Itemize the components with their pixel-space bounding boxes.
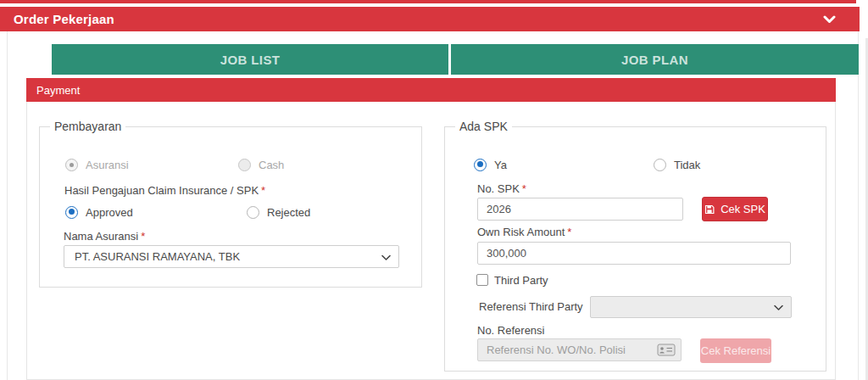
ada-spk-fieldset: Ada SPK Ya Tidak No. SPK* Cek <box>444 126 826 372</box>
no-referensi-input[interactable] <box>477 338 682 361</box>
required-asterisk: * <box>261 184 265 197</box>
payment-section-header: Payment <box>26 78 836 102</box>
radio-asuransi[interactable]: Asuransi <box>65 158 129 171</box>
referensi-third-party-label: Referensi Third Party <box>479 300 583 313</box>
id-card-icon <box>657 344 676 356</box>
chevron-down-icon[interactable] <box>823 15 836 24</box>
referensi-third-party-select[interactable] <box>590 296 792 318</box>
tab-job-list-label: JOB LIST <box>220 53 281 67</box>
required-asterisk: * <box>522 182 526 195</box>
third-party-checkbox[interactable] <box>476 274 488 286</box>
top-divider-strip <box>0 0 856 3</box>
order-pekerjaan-header[interactable]: Order Pekerjaan <box>0 7 860 31</box>
third-party-label: Third Party <box>494 274 548 287</box>
radio-approved-label: Approved <box>86 206 133 219</box>
pembayaran-legend: Pembayaran <box>50 120 125 133</box>
nama-asuransi-label: Nama Asuransi* <box>64 230 145 243</box>
cek-spk-button[interactable]: Cek SPK <box>702 197 768 221</box>
required-asterisk: * <box>567 226 571 238</box>
no-spk-label: No. SPK* <box>477 182 526 195</box>
required-asterisk: * <box>141 230 145 243</box>
radio-cash-control[interactable] <box>238 159 251 171</box>
cek-referensi-button-label: Cek Referensi <box>701 344 771 357</box>
cek-referensi-button[interactable]: Cek Referensi <box>700 338 771 363</box>
radio-asuransi-control[interactable] <box>65 159 78 171</box>
radio-approved-control[interactable] <box>65 206 78 219</box>
radio-rejected[interactable]: Rejected <box>247 205 310 219</box>
own-risk-label: Own Risk Amount* <box>477 226 571 238</box>
chevron-down-icon <box>774 301 783 314</box>
payment-section-title: Payment <box>36 84 80 97</box>
payment-section-body: Pembayaran Asuransi Cash Hasil Pengajuan… <box>26 102 836 380</box>
radio-approved[interactable]: Approved <box>65 205 133 219</box>
radio-cash-label: Cash <box>259 159 284 171</box>
ada-spk-legend: Ada SPK <box>455 120 512 133</box>
claim-result-label: Hasil Pengajuan Claim Insurance / SPK* <box>64 184 265 197</box>
tab-job-plan[interactable]: JOB PLAN <box>451 44 859 75</box>
page: Order Pekerjaan JOB LIST JOB PLAN Paymen… <box>0 0 868 380</box>
third-party-checkbox-row[interactable]: Third Party <box>476 273 548 287</box>
radio-ya-control[interactable] <box>474 159 487 171</box>
no-spk-input[interactable] <box>477 198 683 221</box>
no-referensi-label: No. Referensi <box>477 324 544 337</box>
pembayaran-fieldset: Pembayaran Asuransi Cash Hasil Pengajuan… <box>39 126 422 288</box>
content-panel: JOB LIST JOB PLAN Payment Pembayaran Asu… <box>7 31 859 380</box>
chevron-down-icon <box>381 250 391 263</box>
nama-asuransi-value: PT. ASURANSI RAMAYANA, TBK <box>75 250 240 263</box>
page-title: Order Pekerjaan <box>14 12 114 26</box>
radio-cash[interactable]: Cash <box>238 158 284 171</box>
radio-tidak[interactable]: Tidak <box>654 158 700 171</box>
radio-tidak-control[interactable] <box>654 159 666 171</box>
save-icon <box>704 204 715 215</box>
radio-ya-label: Ya <box>494 159 507 171</box>
tab-job-list[interactable]: JOB LIST <box>52 44 448 75</box>
radio-ya[interactable]: Ya <box>474 158 507 171</box>
radio-rejected-control[interactable] <box>247 206 259 219</box>
radio-rejected-label: Rejected <box>267 206 310 219</box>
tab-job-plan-label: JOB PLAN <box>621 53 688 67</box>
nama-asuransi-select[interactable]: PT. ASURANSI RAMAYANA, TBK <box>64 245 399 268</box>
cek-spk-button-label: Cek SPK <box>721 203 765 215</box>
own-risk-input[interactable] <box>477 242 791 265</box>
radio-asuransi-label: Asuransi <box>86 159 129 171</box>
radio-tidak-label: Tidak <box>674 159 700 171</box>
